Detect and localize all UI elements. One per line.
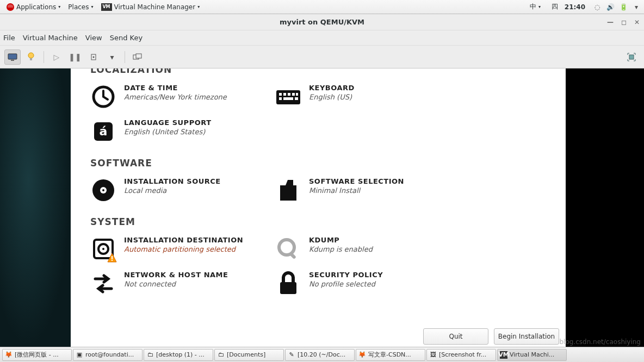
menu-file[interactable]: File [3, 34, 15, 42]
vm-window: myvirt on QEMU/KVM — ◻ ✕ File Virtual Ma… [0, 14, 644, 347]
pause-icon: ❚❚ [69, 53, 81, 61]
spoke-keyboard[interactable]: KEYBOARDEnglish (US) [275, 79, 460, 114]
guest-background-right [566, 68, 644, 347]
language-icon: á [90, 118, 116, 145]
editor-icon: ✎ [288, 351, 295, 359]
user-menu-caret[interactable]: ▾ [632, 3, 641, 11]
shutdown-menu[interactable]: ▾ [104, 49, 120, 65]
vm-viewport: LOCALIZATION DATE & TIMEAmericas/New Yor… [0, 68, 644, 347]
spoke-installation-source[interactable]: INSTALLATION SOURCELocal media [90, 173, 275, 208]
pause-button[interactable]: ❚❚ [67, 49, 83, 65]
kdump-icon [275, 236, 301, 262]
package-icon [275, 177, 301, 203]
spoke-kdump[interactable]: KDUMPKdump is enabled [275, 232, 460, 266]
monitor-icon [8, 53, 17, 61]
run-button[interactable]: ▷ [48, 49, 65, 65]
lock-icon [275, 271, 301, 297]
begin-installation-button[interactable]: Begin Installation [494, 328, 559, 345]
svg-rect-31 [280, 282, 296, 294]
ime-indicator[interactable]: 中▾ [527, 1, 544, 13]
installer-footer: Quit Begin Installation [71, 324, 566, 347]
volume-icon[interactable]: 🔊 [606, 3, 615, 11]
applications-menu[interactable]: Applications▾ [3, 2, 64, 12]
svg-point-2 [28, 53, 34, 58]
spoke-network[interactable]: NETWORK & HOST NAMENot connected [90, 266, 275, 301]
spoke-language[interactable]: á LANGUAGE SUPPORTEnglish (United States… [90, 114, 275, 149]
image-icon: 🖼 [429, 351, 437, 359]
window-maximize[interactable]: ◻ [621, 18, 627, 26]
svg-rect-0 [8, 54, 17, 59]
svg-rect-14 [292, 93, 295, 96]
chevron-down-icon: ▾ [110, 53, 114, 61]
section-localization: LOCALIZATION [90, 68, 546, 75]
places-menu[interactable]: Places▾ [65, 2, 96, 12]
svg-rect-3 [30, 58, 32, 60]
task-files-documents[interactable]: 🗀[Documents] [214, 349, 284, 361]
task-image-viewer[interactable]: 🖼[Screenshot fr... [426, 349, 496, 361]
shutdown-button[interactable] [85, 49, 102, 65]
spoke-security[interactable]: SECURITY POLICYNo profile selected [275, 266, 460, 301]
spoke-date-time[interactable]: DATE & TIMEAmericas/New York timezone [90, 79, 275, 114]
svg-rect-7 [136, 54, 141, 58]
folder-icon: 🗀 [146, 351, 154, 359]
task-gedit[interactable]: ✎[10.20 (~/Doc... [285, 349, 355, 361]
svg-rect-12 [283, 93, 286, 96]
network-icon [90, 271, 116, 297]
vmm-menu[interactable]: VM Virtual Machine Manager▾ [98, 2, 203, 12]
guest-background-left [0, 68, 71, 347]
window-close[interactable]: ✕ [634, 18, 640, 26]
play-icon: ▷ [54, 53, 60, 61]
window-titlebar: myvirt on QEMU/KVM — ◻ ✕ [0, 14, 644, 30]
svg-rect-13 [288, 93, 290, 96]
vmm-icon: VM [500, 351, 507, 359]
svg-point-5 [93, 56, 95, 58]
folder-icon: 🗀 [217, 351, 225, 359]
svg-point-26 [102, 248, 104, 250]
spoke-software-selection[interactable]: SOFTWARE SELECTIONMinimal Install [275, 173, 460, 208]
quit-button[interactable]: Quit [423, 328, 488, 345]
console-button[interactable] [4, 49, 21, 65]
anaconda-installer: LOCALIZATION DATE & TIMEAmericas/New Yor… [71, 68, 566, 347]
accessibility-icon[interactable]: ◌ [593, 3, 602, 11]
clock-icon [90, 84, 116, 110]
svg-rect-18 [295, 97, 298, 100]
task-firefox-csdn[interactable]: 🦊写文章-CSDN... [356, 349, 425, 361]
task-files-desktop[interactable]: 🗀[desktop (1) - ... [144, 349, 213, 361]
spoke-installation-destination[interactable]: INSTALLATION DESTINATIONAutomatic partit… [90, 232, 275, 266]
fullscreen-icon [627, 52, 636, 62]
disk-warning-icon [90, 236, 116, 262]
svg-rect-16 [279, 97, 282, 100]
menu-virtual-machine[interactable]: Virtual Machine [23, 34, 78, 42]
snapshots-icon [133, 53, 143, 61]
task-firefox-wechat[interactable]: 🦊[微信网页版 - ... [2, 349, 72, 361]
section-system: SYSTEM [90, 216, 546, 227]
toolbar: ▷ ❚❚ ▾ [0, 46, 644, 68]
firefox-icon: 🦊 [358, 351, 366, 359]
firefox-icon: 🦊 [5, 351, 13, 359]
gnome-top-panel: Applications▾ Places▾ VM Virtual Machine… [0, 0, 644, 14]
svg-point-23 [102, 189, 104, 191]
clock[interactable]: 四 21:40 [548, 1, 589, 13]
svg-rect-15 [296, 93, 298, 96]
section-software: SOFTWARE [90, 158, 546, 168]
power-icon [90, 53, 97, 61]
menu-view[interactable]: View [85, 34, 102, 42]
svg-rect-11 [279, 93, 282, 96]
disc-icon [90, 177, 116, 203]
details-button[interactable] [23, 49, 39, 65]
svg-rect-28 [112, 260, 113, 261]
window-minimize[interactable]: — [607, 18, 614, 26]
gnome-taskbar: 🦊[微信网页版 - ... ▣root@foundati... 🗀[deskto… [0, 347, 644, 362]
redhat-icon [7, 3, 14, 11]
fullscreen-button[interactable] [623, 49, 640, 65]
svg-rect-8 [629, 55, 634, 59]
keyboard-icon [275, 84, 301, 110]
svg-point-29 [279, 240, 294, 255]
svg-rect-27 [112, 256, 113, 259]
window-title: myvirt on QEMU/KVM [280, 18, 364, 26]
menu-send-key[interactable]: Send Key [110, 34, 143, 42]
battery-icon[interactable]: 🔋 [619, 3, 628, 11]
task-terminal[interactable]: ▣root@foundati... [73, 349, 143, 361]
task-vmm[interactable]: VMVirtual Machi... [497, 349, 567, 361]
snapshots-button[interactable] [129, 49, 146, 65]
